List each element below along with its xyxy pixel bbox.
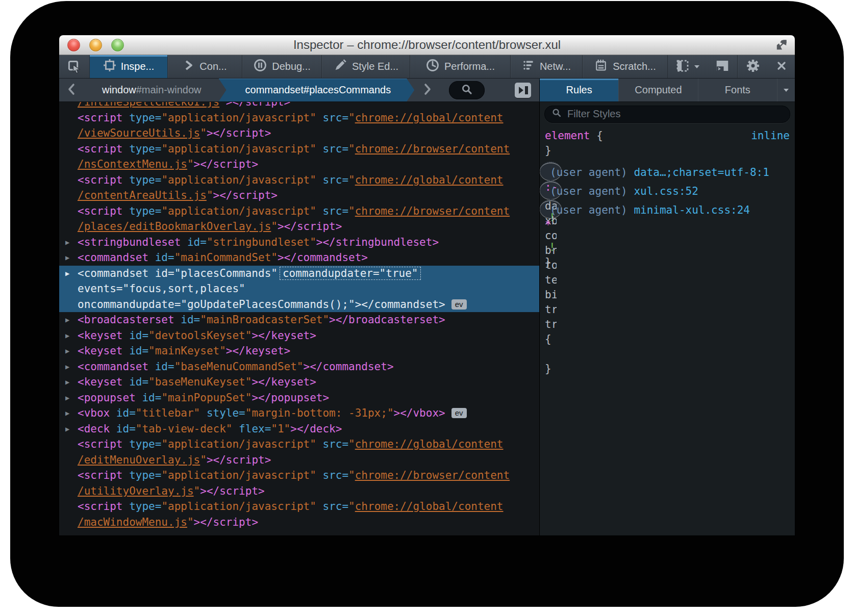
sidebar-tabs-overflow-button[interactable] bbox=[777, 79, 795, 101]
markup-line[interactable]: /viewSourceUtils.js"></script> bbox=[59, 125, 539, 141]
expand-sidebar-button[interactable] bbox=[515, 83, 531, 98]
sidebar-tab-computed[interactable]: Computed bbox=[619, 79, 698, 101]
markup-line[interactable]: /macWindowMenu.js"></script> bbox=[59, 515, 539, 530]
tab-performa[interactable]: Performa... bbox=[410, 55, 511, 78]
tab-scratch[interactable]: Scratch... bbox=[583, 55, 668, 78]
stylesheet-link[interactable]: minimal-xul.css:24 bbox=[634, 204, 750, 216]
zoom-window-button[interactable] bbox=[111, 39, 124, 52]
markup-line[interactable]: /editMenuOverlay.js"></script> bbox=[59, 452, 539, 468]
rule-line[interactable]: display: -moz-box; bbox=[545, 262, 557, 277]
split-console-button[interactable] bbox=[708, 55, 737, 78]
pick-element-button[interactable] bbox=[59, 55, 90, 78]
markup-line[interactable]: ▶<commandset id="mainCommandSet"></comma… bbox=[59, 250, 539, 266]
search-nodes-button[interactable] bbox=[449, 81, 485, 99]
markup-line[interactable]: <script type="application/javascript" sr… bbox=[59, 468, 539, 483]
expander-icon[interactable]: ▶ bbox=[65, 235, 69, 250]
sidebar-tab-rules[interactable]: Rules bbox=[540, 79, 619, 101]
close-window-button[interactable] bbox=[67, 39, 80, 52]
breadcrumb-bar: window#main-windowcommandset#placesComma… bbox=[59, 79, 540, 101]
markup-line[interactable]: ▶<keyset id="baseMenuKeyset"></keyset> bbox=[59, 374, 539, 390]
markup-line[interactable]: /contentAreaUtils.js"></script> bbox=[59, 188, 539, 203]
markup-line[interactable]: /utilityOverlay.js"></script> bbox=[59, 483, 539, 499]
breadcrumb-window[interactable]: window#main-window bbox=[85, 79, 219, 101]
markup-line[interactable]: ▶<popupset id="mainPopupSet"></popupset> bbox=[59, 390, 539, 406]
tab-netw[interactable]: Netw... bbox=[511, 55, 583, 78]
expander-icon[interactable]: ▶ bbox=[65, 343, 69, 359]
rule-line[interactable]: -moz-user-focus: ignore; bbox=[545, 233, 557, 247]
expander-icon[interactable]: ▶ bbox=[65, 359, 69, 375]
filter-styles-input[interactable] bbox=[566, 108, 784, 120]
settings-gear-button[interactable] bbox=[738, 55, 768, 78]
expander-icon[interactable]: ▶ bbox=[65, 390, 69, 406]
breadcrumb-commandset[interactable]: commandset#placesCommands bbox=[219, 79, 415, 101]
markup-line-selected[interactable]: oncommandupdate="goUpdatePlacesCommands(… bbox=[59, 297, 539, 313]
code-segment: ></deck> bbox=[290, 423, 342, 435]
markup-line-selected[interactable]: events="focus,sort,places" bbox=[59, 281, 539, 297]
expander-icon[interactable]: ▶ bbox=[65, 266, 69, 281]
markup-line[interactable]: <script type="application/javascript" sr… bbox=[59, 203, 539, 219]
tab-inspe[interactable]: Inspe... bbox=[90, 55, 168, 78]
select-frame-button[interactable] bbox=[668, 55, 708, 78]
rule-line[interactable]: element {inline bbox=[545, 129, 790, 143]
tab-styleed[interactable]: Style Ed... bbox=[322, 55, 410, 78]
expand-sidebar-icon bbox=[519, 87, 523, 94]
markup-line[interactable]: <script type="application/javascript" sr… bbox=[59, 437, 539, 452]
expander-icon[interactable]: ▶ bbox=[65, 421, 69, 437]
breadcrumb-forward-button[interactable] bbox=[414, 79, 440, 101]
code-segment: type= bbox=[129, 174, 161, 186]
rule-line[interactable]: } bbox=[545, 362, 557, 376]
markup-line[interactable]: /inlineSpellCheckUI.js"></script> bbox=[59, 102, 539, 110]
rule-line[interactable]: script,(user agent) xul.css:52 bbox=[545, 184, 557, 199]
rule-line[interactable]: bindings, binding, content, member, bbox=[545, 288, 557, 302]
rule-source: (user agent) minimal-xul.css:24 bbox=[545, 203, 750, 218]
code-segment: ></keyset> bbox=[252, 329, 316, 342]
rule-line[interactable]: (user agent) minimal-xul.css:24 bbox=[545, 203, 557, 218]
resize-icon[interactable] bbox=[775, 39, 788, 53]
markup-line[interactable]: <script type="application/javascript" sr… bbox=[59, 141, 539, 157]
rule-line[interactable]: * { bbox=[545, 218, 557, 233]
filter-styles-box[interactable] bbox=[544, 106, 790, 123]
sidebar-tab-fonts[interactable]: Fonts bbox=[698, 79, 777, 101]
markup-line[interactable]: ▶<stringbundleset id="stringbundleset"><… bbox=[59, 235, 539, 250]
rule-line[interactable]: treeseparator, treerow, treecell bbox=[545, 317, 557, 332]
code-segment: oncommandupdate= bbox=[78, 298, 181, 311]
markup-line-selected[interactable]: ▶<commandset id="placesCommands"commandu… bbox=[59, 266, 539, 281]
expander-icon[interactable]: ▶ bbox=[65, 312, 69, 328]
rule-line[interactable]: } bbox=[545, 143, 790, 158]
breadcrumb-back-button[interactable] bbox=[59, 79, 85, 101]
rule-line[interactable]: (user agent) data…;charset=utf-8:1 bbox=[545, 165, 557, 180]
expander-icon[interactable]: ▶ bbox=[65, 405, 69, 421]
rule-line[interactable]: triple, treechildren, treeitem, bbox=[545, 302, 557, 317]
expander-icon[interactable]: ▶ bbox=[65, 250, 69, 266]
markup-line[interactable]: <script type="application/javascript" sr… bbox=[59, 172, 539, 188]
expander-icon[interactable]: ▶ bbox=[65, 328, 69, 344]
expander-icon[interactable]: ▶ bbox=[65, 374, 69, 390]
code-segment: type= bbox=[129, 500, 161, 512]
markup-line[interactable]: ▶<broadcasterset id="mainBroadcasterSet"… bbox=[59, 312, 539, 328]
tab-label: Con... bbox=[199, 61, 227, 72]
window-titlebar[interactable]: Inspector – chrome://browser/content/bro… bbox=[59, 35, 795, 55]
rule-line[interactable]: -moz-user-select: none; bbox=[545, 247, 557, 262]
stylesheet-link[interactable]: xul.css:52 bbox=[634, 185, 698, 197]
markup-line[interactable]: ▶<deck id="tab-view-deck" flex="1"></dec… bbox=[59, 421, 539, 437]
tab-debug[interactable]: Debug... bbox=[242, 55, 322, 78]
rule-line[interactable]: { bbox=[545, 332, 557, 347]
markup-line[interactable]: /places/editBookmarkOverlay.js"></script… bbox=[59, 219, 539, 235]
code-segment: (user agent) bbox=[550, 185, 634, 197]
stylesheet-link[interactable]: data…;charset=utf-8:1 bbox=[634, 166, 769, 178]
code-segment: id= bbox=[142, 392, 161, 404]
markup-line[interactable]: ▶<commandset id="baseMenuCommandSet"></c… bbox=[59, 359, 539, 375]
rule-line[interactable]: display: none; bbox=[545, 347, 557, 362]
close-button[interactable] bbox=[768, 55, 795, 78]
markup-view[interactable]: /inlineSpellCheckUI.js"></script><script… bbox=[59, 102, 540, 535]
markup-line[interactable]: /nsContextMenu.js"></script> bbox=[59, 157, 539, 172]
markup-line[interactable]: ▶<keyset id="mainKeyset"></keyset> bbox=[59, 343, 539, 359]
stylesheet-link[interactable]: inline bbox=[751, 130, 790, 142]
tab-con[interactable]: Con... bbox=[168, 55, 242, 78]
markup-line[interactable]: ▶<keyset id="devtoolsKeyset"></keyset> bbox=[59, 328, 539, 344]
code-segment: treeseparator, treerow, treecell bbox=[545, 318, 557, 330]
markup-line[interactable]: <script type="application/javascript" sr… bbox=[59, 110, 539, 126]
markup-line[interactable]: ▶<vbox id="titlebar" style="margin-botto… bbox=[59, 405, 539, 421]
markup-line[interactable]: <script type="application/javascript" sr… bbox=[59, 499, 539, 515]
minimize-window-button[interactable] bbox=[89, 39, 102, 52]
